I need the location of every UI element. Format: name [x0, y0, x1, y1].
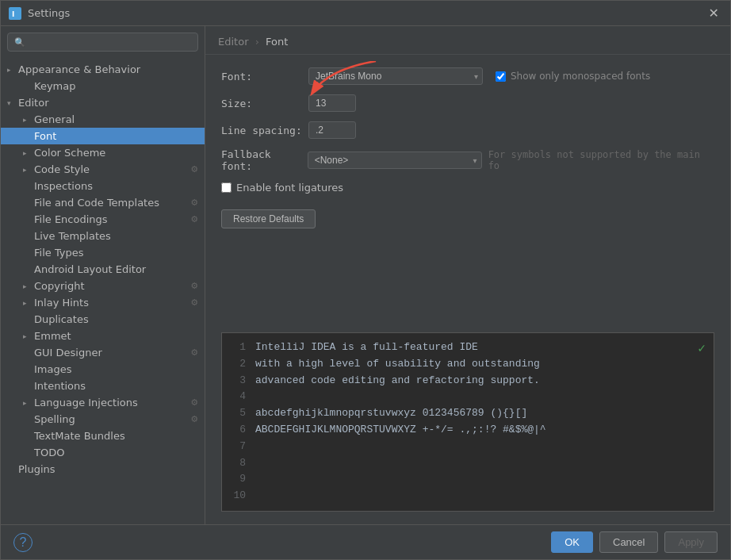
preview-line-2: 2 with a high level of usability and out… [232, 356, 704, 373]
preview-line-8: 8 [232, 455, 704, 472]
search-box[interactable]: 🔍 [7, 33, 198, 52]
size-input[interactable] [308, 94, 356, 112]
sidebar-item-label: Editor [18, 97, 48, 109]
sidebar-item-keymap[interactable]: Keymap [1, 78, 205, 94]
preview-line-6: 6 ABCDEFGHIJKLMNOPQRSTUVWXYZ +-*/= .,;:!… [232, 422, 704, 439]
arrow-icon [23, 399, 31, 407]
cancel-button[interactable]: Cancel [599, 531, 658, 553]
sidebar-item-fileencodings[interactable]: File Encodings ⚙ [1, 211, 205, 228]
arrow-icon [23, 282, 31, 290]
right-panel: Editor › Font Font: JetBrains MonoConsol… [205, 26, 730, 524]
ok-button[interactable]: OK [551, 531, 593, 553]
gear-icon: ⚙ [190, 297, 198, 308]
line-number: 6 [232, 422, 246, 439]
sidebar-item-colorscheme[interactable]: Color Scheme [1, 144, 205, 161]
sidebar: 🔍 Appearance & Behavior Keymap Editor [1, 26, 205, 524]
fallback-font-row: Fallback font: <None> ▾ For symbols not … [221, 148, 714, 172]
sidebar-item-label: GUI Designer [34, 347, 102, 359]
sidebar-item-filetypes[interactable]: File Types [1, 244, 205, 261]
sidebar-item-label: General [34, 113, 75, 125]
sidebar-item-androidlayout[interactable]: Android Layout Editor [1, 261, 205, 278]
sidebar-item-label: Font [34, 130, 56, 142]
fallback-font-select[interactable]: <None> [308, 152, 482, 169]
sidebar-item-label: TextMate Bundles [34, 430, 125, 442]
sidebar-item-label: Language Injections [34, 397, 138, 408]
close-button[interactable]: ✕ [706, 6, 722, 21]
line-code: advanced code editing and refactoring su… [255, 373, 540, 389]
sidebar-item-filetemplates[interactable]: File and Code Templates ⚙ [1, 194, 205, 211]
line-spacing-label: Line spacing: [221, 125, 308, 136]
font-label: Font: [221, 71, 308, 82]
line-code: abcdefghijklmnopqrstuvwxyz 0123456789 ()… [255, 405, 527, 422]
svg-text:I: I [12, 10, 14, 18]
arrow-icon [23, 332, 31, 340]
gear-icon: ⚙ [190, 164, 198, 175]
apply-button[interactable]: Apply [664, 531, 718, 553]
size-label: Size: [221, 98, 308, 109]
sidebar-item-textmatebundles[interactable]: TextMate Bundles [1, 428, 205, 444]
sidebar-item-label: Duplicates [34, 313, 89, 325]
sidebar-item-general[interactable]: General [1, 111, 205, 128]
sidebar-item-inspections[interactable]: Inspections [1, 178, 205, 194]
sidebar-item-plugins[interactable]: Plugins [1, 461, 205, 478]
sidebar-item-emmet[interactable]: Emmet [1, 328, 205, 344]
breadcrumb: Editor › Font [205, 26, 730, 55]
ligatures-checkbox[interactable] [221, 182, 232, 193]
line-number: 1 [232, 339, 246, 356]
preview-line-10: 10 [232, 488, 704, 504]
gear-icon: ⚙ [190, 198, 198, 208]
sidebar-item-label: Plugins [18, 463, 55, 475]
sidebar-item-livetemplates[interactable]: Live Templates [1, 228, 205, 244]
search-input[interactable] [29, 36, 191, 48]
preview-line-9: 9 [232, 471, 704, 488]
line-number: 10 [232, 488, 246, 504]
gear-icon: ⚙ [190, 414, 198, 424]
settings-window: I Settings ✕ 🔍 Appearance & Behavior [0, 0, 731, 560]
bottom-bar: ? OK Cancel Apply [1, 524, 730, 559]
window-title: Settings [28, 7, 706, 19]
help-button[interactable]: ? [13, 533, 33, 552]
sidebar-item-editor[interactable]: Editor [1, 94, 205, 111]
sidebar-tree: Appearance & Behavior Keymap Editor Gene… [1, 58, 205, 524]
gear-icon: ⚙ [190, 397, 198, 408]
sidebar-item-codestyle[interactable]: Code Style ⚙ [1, 161, 205, 178]
sidebar-item-label: Copyright [34, 280, 85, 292]
sidebar-item-appearance[interactable]: Appearance & Behavior [1, 61, 205, 78]
sidebar-item-guidesigner[interactable]: GUI Designer ⚙ [1, 344, 205, 361]
sidebar-item-label: Images [34, 363, 72, 375]
sidebar-item-label: Code Style [34, 163, 90, 175]
font-select[interactable]: JetBrains MonoConsolasCourier NewFira Co… [308, 67, 483, 85]
sidebar-item-copyright[interactable]: Copyright ⚙ [1, 278, 205, 294]
font-row: Font: JetBrains MonoConsolasCourier NewF… [221, 67, 714, 85]
restore-defaults-button[interactable]: Restore Defaults [221, 209, 316, 228]
preview-line-4: 4 [232, 389, 704, 405]
arrow-icon [23, 149, 31, 157]
arrow-icon [7, 99, 15, 107]
fallback-font-description: For symbols not supported by the main fo [488, 149, 714, 171]
sidebar-item-font[interactable]: Font [1, 128, 205, 144]
sidebar-item-langinjections[interactable]: Language Injections ⚙ [1, 394, 205, 411]
line-code: ABCDEFGHIJKLMNOPQRSTUVWXYZ +-*/= .,;:!? … [255, 422, 546, 439]
breadcrumb-parent: Editor [218, 36, 248, 48]
arrow-icon [7, 66, 15, 74]
monospaced-checkbox-row: Show only monospaced fonts [496, 71, 650, 82]
sidebar-item-label: Color Scheme [34, 147, 105, 159]
gear-icon: ⚙ [190, 281, 198, 291]
gear-icon: ⚙ [190, 347, 198, 358]
sidebar-item-label: Keymap [34, 80, 75, 92]
sidebar-item-intentions[interactable]: Intentions [1, 378, 205, 394]
line-number: 7 [232, 439, 246, 455]
sidebar-item-spelling[interactable]: Spelling ⚙ [1, 411, 205, 428]
sidebar-item-inlayhints[interactable]: Inlay Hints ⚙ [1, 294, 205, 311]
monospaced-checkbox[interactable] [496, 71, 506, 82]
line-spacing-input[interactable] [308, 121, 356, 139]
ligatures-row: Enable font ligatures [221, 182, 714, 194]
preview-line-3: 3 advanced code editing and refactoring … [232, 373, 704, 389]
sidebar-item-images[interactable]: Images [1, 361, 205, 378]
sidebar-item-duplicates[interactable]: Duplicates [1, 311, 205, 328]
preview-line-7: 7 [232, 439, 704, 455]
gear-icon: ⚙ [190, 214, 198, 224]
fallback-font-select-wrapper: <None> ▾ [308, 152, 482, 169]
sidebar-item-label: Emmet [34, 330, 71, 342]
sidebar-item-todo[interactable]: TODO [1, 444, 205, 461]
